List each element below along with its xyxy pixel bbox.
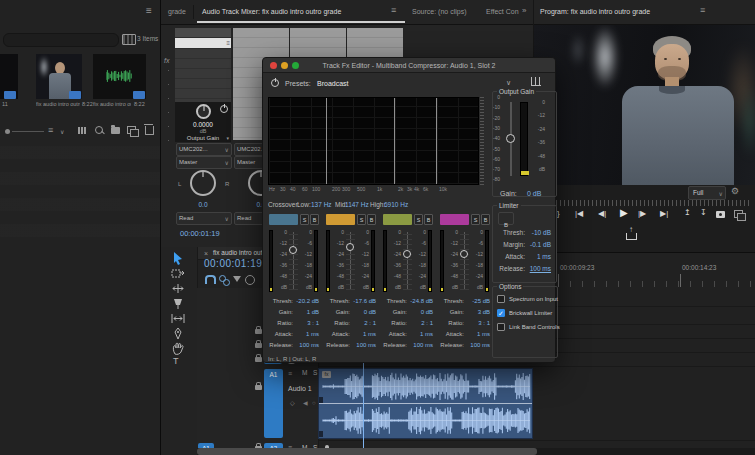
band-bypass-button[interactable]: B [310, 214, 319, 225]
go-to-out-button[interactable]: ▶| [660, 210, 668, 218]
view-menu-icon[interactable]: ≡ [48, 126, 53, 135]
band-bypass-button[interactable]: B [424, 214, 433, 225]
band-gain-value[interactable]: 1 dB [292, 309, 319, 315]
preset-chevron-icon[interactable]: ∨ [506, 79, 511, 87]
band-thresh-value[interactable]: -24.8 dB [406, 298, 433, 304]
band-gain-value[interactable]: 3 dB [463, 309, 490, 315]
band-attack-value[interactable]: 1 ms [406, 331, 433, 337]
band-thresh-knob[interactable] [403, 250, 411, 258]
view-menu-chevron-icon[interactable]: ∨ [60, 129, 64, 135]
effect-power-icon[interactable] [220, 105, 228, 113]
output-gain-slider-handle[interactable] [506, 134, 515, 143]
insert-slot-multiband[interactable]: Multiband Co ≡ [175, 38, 231, 49]
band-release-value[interactable]: 100 ms [406, 342, 433, 348]
play-button[interactable]: ▶ [620, 208, 628, 218]
band-thresh-value[interactable]: -20.2 dB [292, 298, 319, 304]
timeline-timecode[interactable]: 00:00:01:19 [204, 259, 262, 269]
preset-select[interactable]: Broadcast [317, 80, 349, 87]
comparison-view-icon[interactable] [734, 210, 743, 218]
export-frame-icon[interactable] [716, 211, 725, 218]
effects-twirl-label[interactable]: fx [164, 57, 169, 64]
ripple-edit-tool[interactable] [171, 282, 185, 295]
band-attack-value[interactable]: 1 ms [463, 331, 490, 337]
output-gain-knob[interactable] [196, 104, 211, 119]
keyframe-diamond-icon[interactable]: ◇ [290, 400, 295, 406]
band-thresh-value[interactable]: -17.6 dB [349, 298, 376, 304]
band-solo-button[interactable]: S [471, 214, 480, 225]
go-to-in-button[interactable]: |◀ [575, 210, 583, 218]
project-item-audio[interactable] [93, 54, 146, 99]
limiter-margin-value[interactable]: -0.1 dB [519, 242, 551, 249]
band-attack-value[interactable]: 1 ms [292, 331, 319, 337]
lift-button[interactable]: ↥ [684, 209, 691, 217]
mixer-timecode[interactable]: 00:00:01:19 [180, 230, 220, 238]
automation-mode-select[interactable]: Read ∨ [176, 212, 232, 225]
band-solo-button[interactable]: S [414, 214, 423, 225]
h-scrollbar-track[interactable] [197, 448, 755, 455]
band-release-value[interactable]: 100 ms [292, 342, 319, 348]
band-ratio-value[interactable]: 2 : 1 [406, 320, 433, 326]
band-color-swatch[interactable] [326, 214, 355, 225]
solo-button[interactable]: S [313, 370, 317, 377]
limiter-thresh-value[interactable]: -10 dB [519, 230, 551, 237]
limiter-bypass-button[interactable]: B [498, 212, 514, 225]
band-bypass-button[interactable]: B [481, 214, 490, 225]
band-thresh-value[interactable]: -25 dB [463, 298, 490, 304]
band-thresh-knob[interactable] [346, 243, 354, 251]
track-lock-icon[interactable] [255, 329, 262, 334]
tab-grade[interactable]: grade [168, 8, 186, 15]
mid-value[interactable]: 1147 Hz [345, 202, 369, 209]
add-marker-icon[interactable] [233, 276, 241, 282]
gain-value[interactable]: 0 dB [527, 190, 541, 197]
slip-tool[interactable] [171, 312, 185, 325]
linked-selection-icon[interactable] [219, 275, 226, 282]
zoom-slider-handle[interactable] [5, 129, 10, 134]
checkbox[interactable]: ✓ [497, 309, 505, 317]
band-release-value[interactable]: 100 ms [463, 342, 490, 348]
checkbox[interactable] [497, 295, 505, 303]
tab-overflow-chevron-icon[interactable]: » [522, 7, 526, 15]
track-options-icon[interactable]: ≡ [288, 370, 292, 377]
band-color-swatch[interactable] [383, 214, 412, 225]
snap-icon[interactable] [205, 275, 216, 284]
low-value[interactable]: 137 Hz [311, 202, 332, 209]
option-row[interactable]: ✓ Brickwall Limiter [497, 309, 555, 321]
panel-menu-icon[interactable]: ≡ [146, 6, 152, 16]
limiter-release-value[interactable]: 100 ms [519, 266, 551, 273]
output-gain-label[interactable]: Output Gain [175, 135, 231, 141]
band-gain-value[interactable]: 0 dB [406, 309, 433, 315]
crossover-line-low[interactable] [326, 98, 327, 184]
track-select-tool[interactable] [171, 267, 185, 280]
crossover-line-high[interactable] [436, 98, 437, 184]
new-item-icon[interactable] [127, 126, 136, 134]
project-search-input[interactable] [3, 33, 119, 47]
insert-slot-denoise[interactable]: DeNoise [175, 28, 231, 38]
find-icon[interactable] [95, 126, 103, 134]
band-color-swatch[interactable] [440, 214, 469, 225]
option-row[interactable]: Link Band Controls [497, 323, 555, 335]
program-scrub-ruler[interactable] [540, 200, 750, 206]
razor-tool[interactable] [171, 297, 185, 310]
input-device-select[interactable]: UMC202... ∨ [176, 143, 232, 156]
band-color-swatch[interactable] [269, 214, 298, 225]
audio-clip[interactable]: fx [318, 368, 533, 439]
option-row[interactable]: Spectrum on Input [497, 295, 555, 307]
hand-tool[interactable] [171, 342, 185, 355]
mark-out-button[interactable]: } [557, 210, 560, 218]
timeline-settings-icon[interactable] [245, 275, 255, 285]
mute-button[interactable]: M [302, 370, 307, 377]
checkbox[interactable] [497, 323, 505, 331]
tab-program[interactable]: Program: fix audio intro outro grade [540, 8, 650, 15]
delete-icon[interactable] [145, 126, 154, 135]
type-tool[interactable]: T [173, 357, 179, 366]
dialog-titlebar[interactable]: Track Fx Editor - Multiband Compressor: … [263, 58, 555, 73]
program-video[interactable] [534, 25, 755, 185]
param-select-chevron-icon[interactable]: ▾ [226, 135, 229, 141]
empty-insert-slots[interactable] [175, 49, 231, 103]
step-forward-button[interactable]: |▶ [638, 210, 646, 218]
slot-menu-icon[interactable]: ≡ [226, 40, 230, 46]
close-icon[interactable]: × [204, 250, 208, 257]
pen-tool[interactable] [171, 327, 185, 340]
selection-tool[interactable] [171, 251, 185, 265]
tab-source[interactable]: Source: (no clips) [412, 8, 466, 15]
